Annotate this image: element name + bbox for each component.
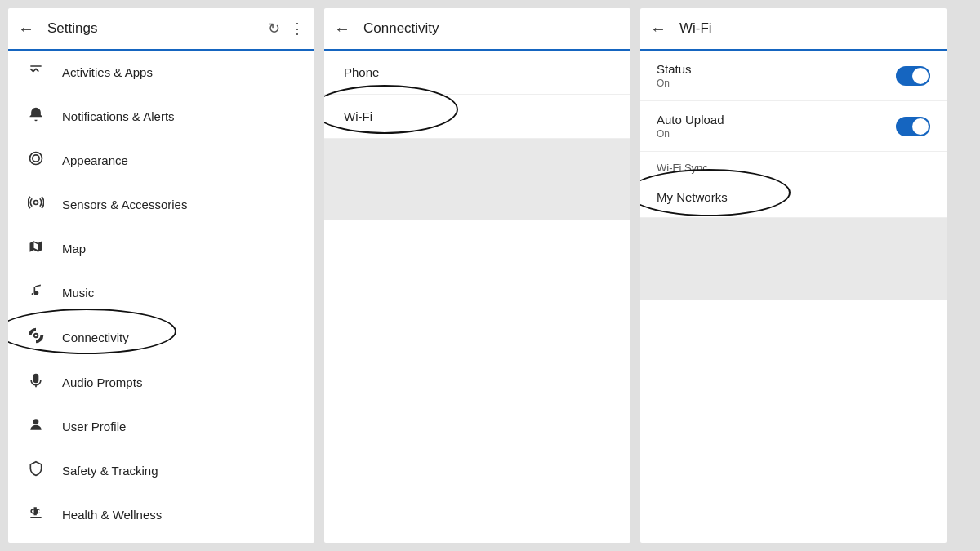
back-icon[interactable]: ← (18, 20, 34, 38)
audio-icon (24, 372, 47, 393)
settings-title: Settings (47, 20, 258, 37)
notifications-icon (24, 106, 47, 127)
phone-label: Phone (344, 65, 379, 79)
user-icon (24, 416, 47, 437)
svg-point-0 (33, 155, 39, 162)
music-label: Music (62, 286, 94, 300)
wifi-sync-label: Wi-Fi Sync (640, 152, 947, 177)
svg-point-3 (34, 334, 38, 338)
music-icon (24, 282, 47, 303)
status-sub: On (657, 78, 692, 89)
svg-point-2 (34, 201, 38, 205)
status-toggle[interactable] (896, 66, 930, 86)
connectivity-icon (24, 327, 47, 349)
my-networks-label: My Networks (657, 190, 728, 204)
sidebar-item-activities[interactable]: Activities & Apps (8, 51, 314, 95)
wifi-settings-list: Status On Auto Upload On Wi-Fi Sync My N… (640, 51, 947, 543)
appearance-icon (24, 150, 47, 171)
connectivity-title: Connectivity (363, 20, 621, 37)
health-icon (24, 504, 47, 525)
map-icon (24, 238, 47, 259)
wifi-header: ← Wi-Fi (640, 8, 947, 51)
sidebar-item-map[interactable]: Map (8, 227, 314, 271)
connectivity-wifi-item[interactable]: Wi-Fi (324, 95, 630, 139)
sidebar-item-navigation[interactable]: Navigation (8, 537, 314, 543)
sidebar-item-health[interactable]: Health & Wellness (8, 493, 314, 537)
wifi-back-icon[interactable]: ← (650, 20, 666, 38)
sensors-icon (24, 194, 47, 215)
sidebar-item-user[interactable]: User Profile (8, 405, 314, 449)
user-label: User Profile (62, 420, 126, 433)
settings-list: Activities & Apps Notifications & Alerts… (8, 51, 314, 543)
wifi-status-item[interactable]: Status On (640, 51, 947, 101)
more-options-icon[interactable]: ⋮ (290, 20, 305, 38)
connectivity-label: Connectivity (62, 331, 129, 344)
safety-label: Safety & Tracking (62, 464, 158, 478)
connectivity-back-icon[interactable]: ← (334, 20, 350, 38)
svg-point-4 (33, 419, 39, 424)
sidebar-item-connectivity[interactable]: Connectivity (8, 315, 314, 361)
sensors-label: Sensors & Accessories (62, 198, 187, 211)
sidebar-item-safety[interactable]: Safety & Tracking (8, 449, 314, 493)
autoupload-label: Auto Upload (657, 113, 724, 127)
safety-icon (24, 460, 47, 481)
autoupload-toggle[interactable] (896, 117, 930, 136)
wifi-networks-item[interactable]: My Networks (640, 177, 947, 218)
status-label: Status (657, 62, 692, 76)
svg-point-1 (30, 153, 42, 165)
health-label: Health & Wellness (62, 508, 162, 522)
autoupload-sub: On (657, 128, 724, 140)
settings-header: ← Settings ↻ ⋮ (8, 8, 314, 51)
audio-label: Audio Prompts (62, 375, 142, 389)
wifi-empty-area (640, 218, 947, 300)
connectivity-empty-area (324, 139, 630, 220)
notifications-label: Notifications & Alerts (62, 109, 175, 123)
sidebar-item-audio[interactable]: Audio Prompts (8, 361, 314, 405)
sidebar-item-music[interactable]: Music (8, 271, 314, 315)
sidebar-item-sensors[interactable]: Sensors & Accessories (8, 183, 314, 227)
appearance-label: Appearance (62, 153, 128, 167)
refresh-icon[interactable]: ↻ (268, 20, 280, 38)
wifi-label: Wi-Fi (344, 109, 372, 123)
activities-icon (24, 62, 47, 82)
activities-label: Activities & Apps (62, 65, 153, 79)
wifi-title: Wi-Fi (679, 20, 937, 37)
map-label: Map (62, 242, 86, 256)
wifi-autoupload-item[interactable]: Auto Upload On (640, 101, 947, 152)
connectivity-phone-item[interactable]: Phone (324, 51, 630, 95)
connectivity-header: ← Connectivity (324, 8, 630, 51)
sidebar-item-appearance[interactable]: Appearance (8, 139, 314, 183)
sidebar-item-notifications[interactable]: Notifications & Alerts (8, 95, 314, 139)
connectivity-list: Phone Wi-Fi (324, 51, 630, 543)
